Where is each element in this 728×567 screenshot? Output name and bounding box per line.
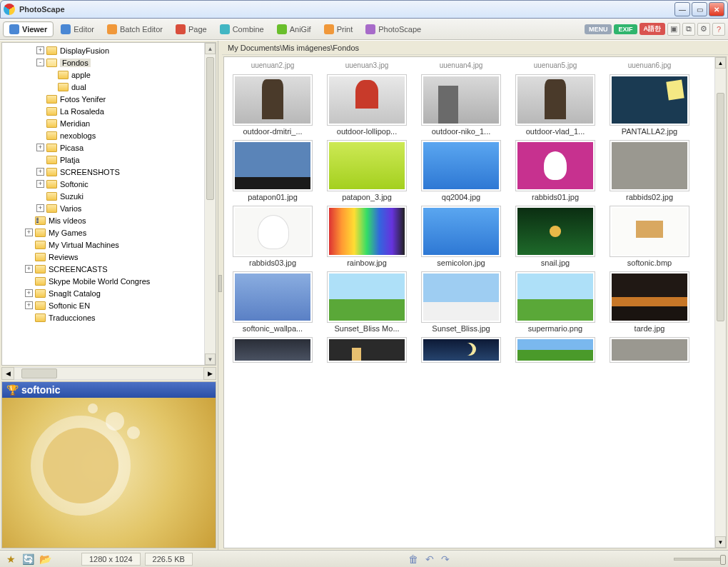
thumbnail-item[interactable]: tarde.jpg — [607, 271, 692, 334]
expand-icon[interactable]: + — [25, 265, 33, 273]
scroll-down-icon[interactable]: ▼ — [205, 353, 216, 365]
thumbnail-item[interactable]: qq2004.jpg — [418, 140, 504, 203]
help-icon[interactable]: ? — [712, 23, 725, 36]
tree-item[interactable]: +SCREENCASTS — [2, 263, 216, 275]
tree-item[interactable]: Mis vídeos — [2, 214, 216, 226]
tree-item[interactable]: Platja — [2, 154, 216, 166]
thumbnail-item[interactable] — [324, 337, 410, 374]
expand-icon[interactable]: + — [36, 168, 44, 176]
tree-item[interactable]: +Softonic EN — [2, 299, 216, 311]
thumbnail-item[interactable] — [230, 337, 315, 374]
rotate-icon[interactable]: 🔄 — [21, 553, 34, 566]
thumbnail-item[interactable]: patapon_3.jpg — [324, 140, 410, 203]
thumbnail-item[interactable]: outdoor-niko_1... — [418, 74, 504, 137]
trash-icon[interactable]: 🗑 — [408, 553, 418, 565]
scroll-right-icon[interactable]: ▶ — [203, 367, 216, 380]
thumbnail-item[interactable] — [418, 337, 504, 374]
close-button[interactable]: ✕ — [709, 2, 724, 16]
zoom-slider[interactable] — [674, 558, 724, 561]
language-badge[interactable]: A語한 — [639, 23, 666, 35]
tree-item[interactable]: apple — [2, 69, 216, 81]
thumbnail-item[interactable]: patapon01.jpg — [230, 140, 315, 203]
pane-splitter[interactable] — [218, 41, 222, 550]
open-folder-icon[interactable]: 📂 — [39, 553, 51, 566]
thumbnail-item[interactable]: outdoor-vlad_1... — [512, 74, 598, 137]
thumbnail-item[interactable]: uuenuan6.jpg — [607, 60, 692, 71]
preview-image[interactable] — [2, 398, 216, 548]
exif-badge[interactable]: EXIF — [614, 24, 637, 34]
thumbnail-item[interactable]: uuenuan5.jpg — [512, 60, 598, 71]
thumbnail-item[interactable] — [512, 337, 598, 374]
undo-icon[interactable]: ↶ — [425, 553, 434, 565]
menu-badge[interactable]: MENU — [585, 24, 612, 34]
scroll-thumb[interactable] — [717, 93, 724, 321]
tree-item[interactable]: +Picasa — [2, 141, 216, 154]
tree-item[interactable]: Reviews — [2, 251, 216, 263]
scroll-down-icon[interactable]: ▼ — [715, 536, 726, 548]
maximize-button[interactable]: ▭ — [692, 2, 707, 16]
favorite-star-icon[interactable]: ★ — [4, 553, 17, 566]
fullscreen-icon[interactable]: ▣ — [667, 23, 680, 36]
folder-tree[interactable]: +DisplayFusion-FondosappledualFotos Yeni… — [1, 42, 216, 366]
scroll-up-icon[interactable]: ▲ — [715, 57, 726, 69]
expand-icon[interactable]: + — [25, 229, 33, 236]
tree-item[interactable]: +DisplayFusion — [2, 44, 216, 56]
expand-icon[interactable]: + — [36, 180, 44, 188]
redo-icon[interactable]: ↷ — [441, 553, 450, 565]
minimize-button[interactable]: — — [674, 2, 690, 16]
tree-item[interactable]: My Virtual Machines — [2, 239, 216, 251]
settings-icon[interactable]: ⚙ — [697, 23, 710, 36]
thumbnail-item[interactable]: rainbow.jpg — [324, 206, 410, 269]
hscroll-thumb[interactable] — [21, 368, 57, 378]
tree-item[interactable]: Fotos Yenifer — [2, 93, 216, 105]
thumbnail-item[interactable]: rabbids03.jpg — [230, 206, 315, 269]
tree-item[interactable]: Suzuki — [2, 190, 216, 202]
thumbnail-item[interactable]: outdoor-dmitri_... — [230, 74, 315, 137]
expand-icon[interactable]: + — [36, 144, 44, 151]
tree-item[interactable]: +My Games — [2, 226, 216, 239]
expand-icon[interactable]: + — [25, 301, 33, 309]
thumbnail-item[interactable]: uuenuan4.jpg — [418, 60, 504, 71]
thumbnail-item[interactable] — [607, 337, 692, 374]
tab-print[interactable]: Print — [318, 21, 359, 37]
tree-item[interactable]: Meridian — [2, 117, 216, 129]
tab-page[interactable]: Page — [170, 21, 213, 37]
thumbnail-item[interactable]: PANTALLA2.jpg — [607, 74, 692, 137]
thumbnail-item[interactable]: softonic.bmp — [607, 206, 692, 269]
expand-icon[interactable]: + — [25, 289, 33, 297]
tree-item[interactable]: Traducciones — [2, 311, 216, 323]
thumbs-vertical-scrollbar[interactable]: ▲ ▼ — [714, 57, 726, 548]
tree-item[interactable]: nexoblogs — [2, 129, 216, 141]
thumbnail-item[interactable]: supermario.png — [512, 271, 598, 334]
scroll-thumb[interactable] — [206, 57, 214, 200]
tab-combine[interactable]: Combine — [214, 21, 270, 37]
tab-editor[interactable]: Editor — [55, 21, 100, 37]
tab-batch-editor[interactable]: Batch Editor — [101, 21, 168, 37]
tree-item[interactable]: dual — [2, 81, 216, 93]
thumbnail-item[interactable]: rabbids02.jpg — [607, 140, 692, 203]
collapse-icon[interactable]: - — [36, 59, 44, 66]
tree-item[interactable]: +Softonic — [2, 178, 216, 190]
tree-item[interactable]: +Varios — [2, 202, 216, 214]
scroll-left-icon[interactable]: ◀ — [1, 367, 14, 380]
tree-item[interactable]: +SCREENSHOTS — [2, 166, 216, 178]
tab-viewer[interactable]: Viewer — [3, 21, 54, 37]
thumbnail-item[interactable]: outdoor-lollipop... — [324, 74, 410, 137]
thumbnail-item[interactable]: uuenuan2.jpg — [230, 60, 315, 71]
tree-item[interactable]: La Rosaleda — [2, 105, 216, 117]
tab-anigif[interactable]: AniGif — [271, 21, 317, 37]
thumbnail-item[interactable]: uuenuan3.jpg — [324, 60, 410, 71]
thumbnail-item[interactable]: rabbids01.jpg — [512, 140, 598, 203]
thumbnail-item[interactable]: Sunset_Bliss Mo... — [324, 271, 410, 334]
copy-icon[interactable]: ⧉ — [682, 23, 695, 36]
expand-icon[interactable]: + — [36, 204, 44, 212]
thumbnail-item[interactable]: semicolon.jpg — [418, 206, 504, 269]
tab-photoscape[interactable]: PhotoScape — [360, 21, 427, 37]
expand-icon[interactable]: + — [36, 46, 44, 54]
tree-item[interactable]: -Fondos — [2, 56, 216, 69]
thumbnail-item[interactable]: snail.jpg — [512, 206, 598, 269]
tree-item[interactable]: Skype Mobile World Congres — [2, 275, 216, 287]
thumbnail-item[interactable]: Sunset_Bliss.jpg — [418, 271, 504, 334]
tree-item[interactable]: +SnagIt Catalog — [2, 287, 216, 299]
tree-horizontal-scrollbar[interactable]: ◀ ▶ — [1, 367, 216, 380]
